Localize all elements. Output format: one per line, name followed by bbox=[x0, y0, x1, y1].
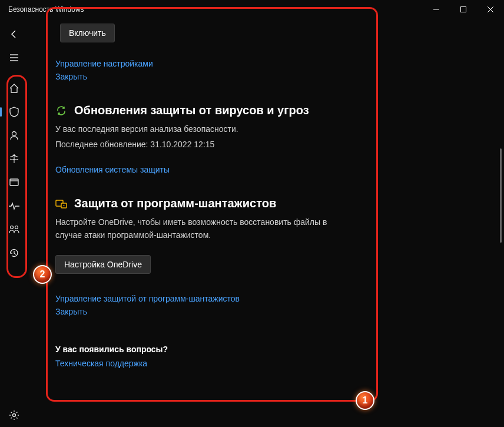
sidebar-home[interactable] bbox=[0, 77, 28, 100]
help-section: У вас появились вопросы? Техническая под… bbox=[55, 345, 480, 368]
onedrive-setup-button[interactable]: Настройка OneDrive bbox=[55, 255, 151, 274]
window-controls bbox=[423, 0, 504, 19]
manage-settings-link[interactable]: Управление настройками bbox=[55, 59, 480, 68]
annotation-callout-1: 1 bbox=[356, 391, 374, 410]
ransomware-icon bbox=[55, 198, 67, 209]
updates-last: Последнее обновление: 31.10.2022 12:15 bbox=[55, 138, 480, 151]
manage-ransomware-link[interactable]: Управление защитой от программ-шантажист… bbox=[55, 294, 480, 303]
back-button[interactable] bbox=[0, 22, 28, 46]
updates-link[interactable]: Обновления системы защиты bbox=[55, 165, 480, 174]
title-bar: Безопасность Windows bbox=[0, 0, 504, 19]
sidebar-firewall[interactable] bbox=[0, 147, 28, 171]
updates-title: Обновления защиты от вирусов и угроз bbox=[74, 104, 309, 117]
window-title: Безопасность Windows bbox=[8, 5, 84, 14]
main-content: Включить Управление настройками Закрыть … bbox=[28, 19, 504, 427]
sidebar-app-browser[interactable] bbox=[0, 171, 28, 194]
ransomware-section: Защита от программ-шантажистов Настройте… bbox=[55, 197, 480, 316]
sidebar bbox=[0, 19, 28, 427]
help-title: У вас появились вопросы? bbox=[55, 345, 480, 354]
close-link-top[interactable]: Закрыть bbox=[55, 72, 480, 81]
sidebar-device-health[interactable] bbox=[0, 194, 28, 218]
ransomware-desc: Настройте OneDrive, чтобы иметь возможно… bbox=[55, 216, 344, 241]
svg-point-11 bbox=[11, 226, 14, 229]
updates-section: Обновления защиты от вирусов и угроз У в… bbox=[55, 104, 480, 174]
svg-rect-9 bbox=[10, 179, 18, 186]
sidebar-virus-protection[interactable] bbox=[0, 100, 28, 124]
svg-point-8 bbox=[14, 154, 15, 155]
svg-point-12 bbox=[15, 226, 18, 229]
close-link-ransomware[interactable]: Закрыть bbox=[55, 307, 480, 316]
svg-point-13 bbox=[13, 414, 16, 417]
sidebar-account[interactable] bbox=[0, 124, 28, 147]
support-link[interactable]: Техническая поддержка bbox=[55, 359, 480, 368]
minimize-button[interactable] bbox=[423, 0, 450, 19]
close-button[interactable] bbox=[477, 0, 504, 19]
svg-point-7 bbox=[12, 132, 16, 136]
sidebar-family[interactable] bbox=[0, 218, 28, 241]
enable-button[interactable]: Включить bbox=[60, 24, 115, 42]
maximize-button[interactable] bbox=[450, 0, 477, 19]
svg-rect-1 bbox=[461, 7, 466, 12]
refresh-icon bbox=[55, 105, 67, 116]
scrollbar[interactable] bbox=[500, 148, 502, 243]
svg-point-16 bbox=[64, 205, 65, 206]
menu-button[interactable] bbox=[0, 46, 28, 69]
ransomware-title: Защита от программ-шантажистов bbox=[74, 197, 276, 210]
annotation-callout-2: 2 bbox=[33, 265, 52, 284]
updates-status: У вас последняя версия анализа безопасно… bbox=[55, 123, 480, 136]
sidebar-settings[interactable] bbox=[0, 403, 28, 427]
sidebar-history[interactable] bbox=[0, 241, 28, 265]
